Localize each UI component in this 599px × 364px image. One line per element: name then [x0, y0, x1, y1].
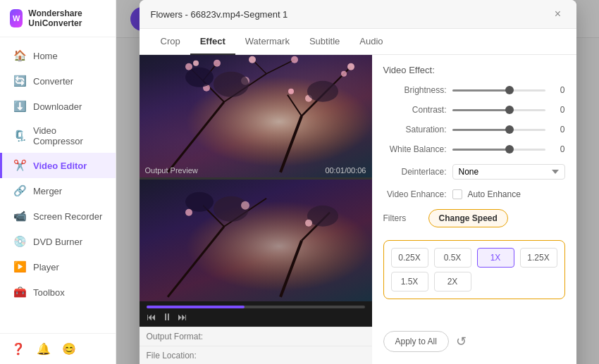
sidebar-item-label: Merger — [33, 186, 62, 196]
modal-overlay: Flowers - 66823v.mp4-Segment 1 × Crop Ef… — [116, 0, 599, 364]
speed-row-2: 1.5X 2X — [391, 272, 557, 291]
svg-point-36 — [185, 208, 192, 215]
sidebar-item-label: Downloader — [33, 101, 82, 112]
output-preview-label: Output Preview — [145, 166, 198, 175]
filters-change-speed-row: Filters Change Speed — [383, 209, 565, 227]
sidebar-item-downloader[interactable]: ⬇️ Downloader — [0, 94, 116, 119]
video-preview-area: Output Preview 00:01/00:06 — [140, 55, 372, 364]
sidebar-header: W Wondershare UniConverter — [0, 0, 116, 37]
svg-rect-27 — [140, 184, 372, 296]
toolbox-icon: 🧰 — [13, 286, 26, 299]
filters-section-label: Filters — [383, 213, 423, 223]
video-preview-bottom — [140, 180, 372, 302]
speed-05x-button[interactable]: 0.5X — [434, 248, 471, 268]
sidebar-item-label: Video Compressor — [33, 125, 104, 146]
deinterlace-select[interactable]: None Yadif Yadif2x — [452, 164, 565, 180]
white-balance-value: 0 — [551, 144, 565, 154]
video-progress-bar[interactable] — [147, 306, 365, 308]
sidebar-item-toolbox[interactable]: 🧰 Toolbox — [0, 280, 116, 305]
notification-icon[interactable]: 🔔 — [37, 342, 51, 356]
deinterlace-row: Deinterlace: None Yadif Yadif2x — [383, 164, 565, 180]
close-button[interactable]: × — [551, 7, 565, 21]
app-brand: Wondershare UniConverter — [28, 8, 106, 28]
brightness-row: Brightness: 0 — [383, 85, 565, 95]
svg-point-19 — [341, 71, 347, 77]
sidebar-item-merger[interactable]: 🔗 Merger — [0, 178, 116, 203]
video-content-svg-bottom — [140, 180, 372, 302]
sidebar-item-dvd-burner[interactable]: 💿 DVD Burner — [0, 229, 116, 254]
brightness-slider[interactable] — [452, 89, 545, 92]
speed-empty-2 — [520, 272, 557, 291]
help-icon[interactable]: ❓ — [11, 342, 25, 356]
speed-125x-button[interactable]: 1.25X — [520, 248, 557, 268]
modal-title: Flowers - 66823v.mp4-Segment 1 — [151, 9, 288, 20]
white-balance-slider[interactable] — [452, 149, 545, 151]
enhance-row: Video Enhance: Auto Enhance — [383, 189, 565, 199]
effect-modal: Flowers - 66823v.mp4-Segment 1 × Crop Ef… — [140, 0, 576, 364]
apply-to-all-button[interactable]: Apply to All — [383, 331, 449, 352]
sidebar-item-video-editor[interactable]: ✂️ Video Editor — [0, 153, 116, 178]
svg-point-18 — [347, 63, 354, 70]
tab-crop[interactable]: Crop — [151, 29, 190, 55]
speed-2x-button[interactable]: 2X — [434, 272, 471, 291]
downloader-icon: ⬇️ — [13, 100, 26, 113]
speed-025x-button[interactable]: 0.25X — [391, 248, 428, 268]
sidebar-item-converter[interactable]: 🔄 Converter — [0, 68, 116, 94]
modal-body: Output Preview 00:01/00:06 — [140, 55, 576, 364]
sidebar-item-label: DVD Burner — [33, 237, 82, 247]
scissors-icon: ✂️ — [13, 159, 26, 172]
forward-button[interactable]: ⏭ — [178, 311, 187, 322]
svg-point-37 — [241, 201, 249, 209]
feedback-icon[interactable]: 😊 — [62, 342, 76, 356]
sidebar-item-player[interactable]: ▶️ Player — [0, 254, 116, 280]
sidebar-item-label: Toolbox — [33, 287, 65, 298]
video-frame-bottom — [140, 180, 372, 302]
reset-button[interactable]: ↺ — [456, 334, 467, 349]
video-frame-top — [140, 55, 372, 177]
speed-grid: 0.25X 0.5X 1X 1.25X 1.5X 2X — [383, 240, 565, 299]
controls-row: ⏮ ⏸ ⏭ — [147, 311, 365, 322]
svg-point-23 — [288, 89, 294, 94]
sidebar-item-label: Screen Recorder — [33, 211, 102, 222]
format-row: Output Format: — [140, 327, 372, 346]
sidebar-item-screen-recorder[interactable]: 📹 Screen Recorder — [0, 203, 116, 229]
sidebar-item-label: Converter — [33, 76, 73, 87]
tab-subtitle[interactable]: Subtitle — [300, 29, 350, 55]
tab-watermark[interactable]: Watermark — [235, 29, 300, 55]
recorder-icon: 📹 — [13, 210, 26, 222]
svg-point-15 — [214, 60, 221, 67]
saturation-slider[interactable] — [452, 129, 545, 131]
speed-15x-button[interactable]: 1.5X — [391, 272, 428, 291]
enhance-label: Video Enhance: — [383, 189, 447, 199]
svg-point-13 — [185, 63, 192, 70]
speed-1x-button[interactable]: 1X — [477, 248, 514, 268]
preview-time: 00:01/00:06 — [325, 166, 366, 175]
brightness-label: Brightness: — [383, 85, 447, 95]
pause-button[interactable]: ⏸ — [162, 311, 172, 322]
video-effect-title: Video Effect: — [383, 65, 565, 75]
svg-point-16 — [249, 56, 256, 63]
home-icon: 🏠 — [13, 49, 26, 62]
svg-point-34 — [185, 192, 214, 211]
tab-effect[interactable]: Effect — [190, 29, 235, 55]
app-logo: W — [10, 9, 23, 27]
player-icon: ▶️ — [13, 261, 26, 273]
rewind-button[interactable]: ⏮ — [147, 311, 156, 322]
bottom-actions: Apply to All ↺ — [383, 324, 565, 355]
contrast-slider[interactable] — [452, 109, 545, 111]
svg-point-38 — [305, 219, 312, 226]
change-speed-button[interactable]: Change Speed — [428, 209, 508, 227]
tab-audio[interactable]: Audio — [350, 29, 393, 55]
modal-titlebar: Flowers - 66823v.mp4-Segment 1 × — [140, 0, 576, 29]
auto-enhance-checkbox[interactable] — [452, 189, 462, 199]
sidebar-item-video-compressor[interactable]: 🗜️ Video Compressor — [0, 119, 116, 153]
compressor-icon: 🗜️ — [13, 130, 26, 142]
settings-panel: Video Effect: Brightness: 0 Contrast: — [372, 55, 576, 364]
sidebar-item-label: Home — [33, 51, 58, 61]
sidebar-item-home[interactable]: 🏠 Home — [0, 43, 116, 68]
speed-empty-1 — [477, 272, 514, 291]
saturation-value: 0 — [551, 125, 565, 134]
svg-point-25 — [185, 68, 214, 87]
format-label: Output Format: — [147, 332, 204, 341]
svg-point-24 — [214, 72, 249, 97]
